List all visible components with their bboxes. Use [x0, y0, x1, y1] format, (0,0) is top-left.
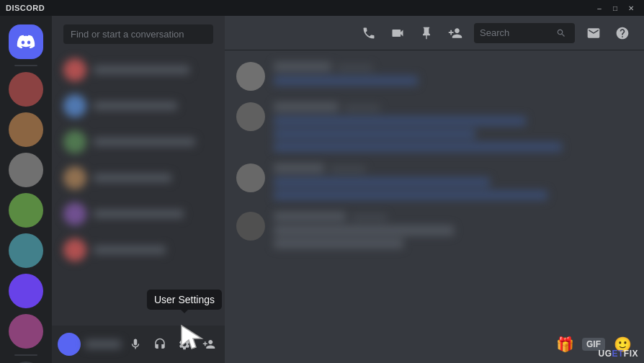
- msg-avatar-2: [236, 102, 265, 131]
- emoji-button[interactable]: 🙂: [612, 334, 632, 354]
- chat-header: [225, 16, 644, 50]
- message-group-2: [236, 102, 632, 152]
- user-avatar: [58, 333, 81, 356]
- dm-item-3[interactable]: [58, 125, 219, 159]
- msg-content-3: [274, 163, 632, 200]
- dm-item-5[interactable]: [58, 197, 219, 231]
- message-group-1: [236, 62, 632, 91]
- chat-area: 🎁 GIF 🙂: [225, 16, 644, 363]
- channel-items: [52, 53, 225, 326]
- minimize-button[interactable]: –: [592, 2, 607, 14]
- dm-avatar-1: [63, 58, 86, 81]
- server-icon-2[interactable]: [9, 112, 43, 147]
- pin-message-button[interactable]: [416, 23, 437, 43]
- msg-avatar-3: [236, 163, 265, 192]
- server-icon-6[interactable]: [9, 274, 43, 308]
- phone-call-button[interactable]: [359, 23, 379, 43]
- add-button[interactable]: [199, 334, 219, 354]
- dm-name-2: [94, 102, 177, 110]
- server-icon-1[interactable]: [9, 72, 43, 107]
- mute-microphone-button[interactable]: [125, 334, 146, 354]
- channel-search[interactable]: [52, 16, 225, 53]
- server-divider: [14, 65, 37, 66]
- title-bar: DISCORD – □ ✕: [0, 0, 644, 16]
- dm-name-1: [94, 66, 189, 74]
- msg-content-4: [274, 212, 632, 248]
- video-call-button[interactable]: [388, 23, 408, 43]
- user-panel: User Settings: [52, 326, 225, 363]
- dm-name-3: [94, 138, 195, 146]
- message-group-4: [236, 212, 632, 248]
- dm-avatar-6: [63, 238, 86, 261]
- search-input[interactable]: [480, 27, 552, 38]
- close-button[interactable]: ✕: [624, 2, 638, 14]
- app-title: DISCORD: [6, 4, 45, 12]
- maximize-button[interactable]: □: [608, 2, 622, 14]
- server-icon-4[interactable]: [9, 193, 43, 228]
- dm-name-5: [94, 210, 184, 218]
- chat-bottom-bar: 🎁 GIF 🙂: [225, 326, 644, 363]
- dm-item-6[interactable]: [58, 233, 219, 267]
- server-icon-5[interactable]: [9, 233, 43, 268]
- dm-avatar-3: [63, 130, 86, 153]
- dm-avatar-4: [63, 166, 86, 189]
- server-icon-7[interactable]: [9, 314, 43, 349]
- messages-area: [225, 50, 644, 326]
- dm-item-1[interactable]: [58, 53, 219, 87]
- header-search-box[interactable]: [474, 23, 575, 43]
- user-settings-button[interactable]: [174, 334, 194, 354]
- msg-content-1: [274, 62, 632, 89]
- msg-avatar-1: [236, 62, 265, 91]
- message-group-3: [236, 163, 632, 200]
- gift-icon-button[interactable]: 🎁: [555, 334, 575, 354]
- msg-content-2: [274, 102, 632, 152]
- server-list: +: [0, 16, 52, 363]
- msg-avatar-4: [236, 212, 265, 241]
- channel-list: User Settings: [52, 16, 225, 363]
- server-divider-2: [14, 354, 37, 356]
- dm-avatar-2: [63, 94, 86, 117]
- dm-item-2[interactable]: [58, 89, 219, 123]
- deafen-button[interactable]: [150, 334, 170, 354]
- dm-name-4: [94, 174, 171, 182]
- dm-name-6: [94, 246, 166, 254]
- discord-home-button[interactable]: [9, 24, 43, 59]
- dm-item-4[interactable]: [58, 161, 219, 195]
- inbox-button[interactable]: [583, 23, 604, 43]
- help-button[interactable]: [612, 23, 632, 43]
- add-friend-header-button[interactable]: [445, 23, 465, 43]
- username-display: [85, 340, 121, 349]
- server-icon-3[interactable]: [9, 153, 43, 187]
- dm-avatar-5: [63, 202, 86, 225]
- find-conversation-input[interactable]: [63, 24, 213, 44]
- gif-button[interactable]: GIF: [582, 338, 605, 351]
